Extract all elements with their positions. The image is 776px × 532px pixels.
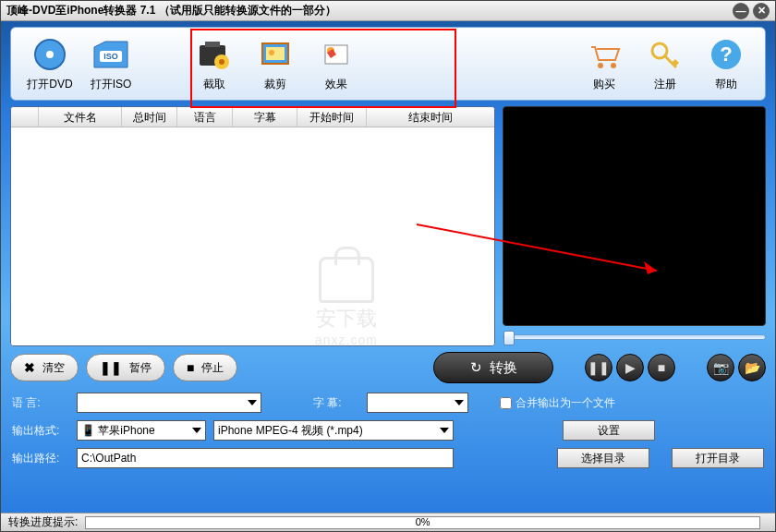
choose-dir-button[interactable]: 选择目录 [557, 448, 649, 468]
help-icon: ? [706, 36, 746, 73]
svg-point-10 [269, 50, 274, 55]
device-select[interactable]: 📱 苹果iPhone [77, 420, 206, 441]
x-icon: ✖ [24, 360, 35, 375]
window-title: 顶峰-DVD至iPhone转换器 7.1 （试用版只能转换源文件的一部分） [6, 3, 729, 18]
iso-icon: ISO [91, 36, 131, 73]
merge-checkbox[interactable] [500, 397, 512, 409]
open-folder-button[interactable]: 📂 [738, 354, 766, 381]
progress-bar: 0% [85, 516, 760, 529]
output-format-label: 输出格式: [12, 423, 69, 439]
refresh-icon: ↻ [470, 359, 482, 376]
stop-button[interactable]: ■ 停止 [173, 354, 237, 381]
minimize-button[interactable]: — [733, 3, 749, 19]
key-icon [645, 36, 685, 73]
svg-text:?: ? [720, 42, 732, 66]
crop-icon [255, 36, 296, 73]
svg-point-7 [219, 59, 224, 65]
open-iso-button[interactable]: ISO 打开ISO [83, 36, 139, 92]
control-row: ✖ 清空 ❚❚ 暂停 ■ 停止 ↻ 转换 ❚❚ ▶ ■ [10, 352, 766, 383]
seek-thumb[interactable] [503, 331, 515, 345]
register-button[interactable]: 注册 [637, 36, 693, 92]
statusbar: 转换进度提示: 0% [1, 513, 775, 531]
app-window: 顶峰-DVD至iPhone转换器 7.1 （试用版只能转换源文件的一部分） — … [0, 0, 776, 532]
titlebar: 顶峰-DVD至iPhone转换器 7.1 （试用版只能转换源文件的一部分） — … [1, 1, 775, 21]
play-pause-button[interactable]: ❚❚ [585, 354, 612, 381]
col-subtitle[interactable]: 字幕 [233, 107, 297, 127]
svg-point-14 [611, 63, 616, 68]
merge-checkbox-label[interactable]: 合并输出为一个文件 [500, 395, 615, 411]
open-dvd-button[interactable]: 打开DVD [22, 36, 78, 92]
help-button[interactable]: ? 帮助 [698, 36, 754, 92]
subtitle-select[interactable] [367, 393, 468, 413]
svg-point-13 [598, 63, 603, 68]
pause-icon: ❚❚ [100, 360, 122, 375]
playback-controls: ❚❚ ▶ ■ [585, 354, 675, 381]
effect-icon [316, 36, 357, 73]
dvd-icon [30, 36, 70, 73]
effect-button[interactable]: 效果 [309, 36, 364, 92]
capture-icon [194, 36, 235, 73]
preview-panel [503, 106, 766, 346]
svg-point-1 [46, 51, 54, 58]
language-label: 语 言: [12, 395, 69, 411]
format-select[interactable]: iPhone MPEG-4 视频 (*.mp4) [213, 420, 454, 441]
settings-button[interactable]: 设置 [563, 420, 655, 441]
col-language[interactable]: 语言 [177, 107, 233, 127]
snapshot-button[interactable]: 📷 [707, 354, 734, 381]
snapshot-controls: 📷 📂 [707, 354, 766, 381]
svg-text:ISO: ISO [103, 52, 118, 61]
clear-button[interactable]: ✖ 清空 [10, 354, 79, 381]
subtitle-label: 字 幕: [313, 395, 359, 411]
progress-value: 0% [86, 516, 759, 527]
output-path-input[interactable] [77, 448, 454, 468]
preview-screen [503, 106, 766, 326]
seek-slider[interactable] [503, 334, 766, 340]
list-body[interactable] [11, 127, 494, 345]
cart-icon [584, 36, 624, 73]
options-area: 语 言: 字 幕: 合并输出为一个文件 输出格式: 📱 苹果iPhone iPh… [10, 389, 766, 472]
seek-row [503, 328, 766, 346]
convert-button[interactable]: ↻ 转换 [433, 352, 553, 383]
close-button[interactable]: ✕ [753, 3, 770, 19]
file-list-panel: 文件名 总时间 语言 字幕 开始时间 结束时间 [10, 106, 495, 346]
progress-label: 转换进度提示: [8, 514, 78, 530]
toolbar: 打开DVD ISO 打开ISO 截取 裁剪 [10, 27, 766, 101]
crop-button[interactable]: 裁剪 [248, 36, 303, 92]
pause-button[interactable]: ❚❚ 暂停 [86, 354, 165, 381]
capture-button[interactable]: 截取 [187, 36, 242, 92]
col-end[interactable]: 结束时间 [367, 107, 494, 127]
svg-rect-5 [205, 42, 220, 47]
col-filename[interactable]: 文件名 [39, 107, 122, 127]
list-header: 文件名 总时间 语言 字幕 开始时间 结束时间 [11, 107, 494, 127]
middle-row: 文件名 总时间 语言 字幕 开始时间 结束时间 [10, 106, 766, 346]
output-path-label: 输出路径: [12, 451, 69, 466]
col-start[interactable]: 开始时间 [297, 107, 367, 127]
language-select[interactable] [77, 393, 261, 413]
buy-button[interactable]: 购买 [576, 36, 632, 92]
play-button[interactable]: ▶ [616, 354, 644, 381]
stop-icon: ■ [187, 360, 194, 375]
svg-point-15 [652, 43, 667, 58]
svg-rect-9 [266, 47, 285, 60]
open-dir-button[interactable]: 打开目录 [672, 448, 764, 468]
playback-stop-button[interactable]: ■ [648, 354, 675, 381]
body-area: 安下载 anxz.com 打开DVD ISO 打开ISO [1, 21, 775, 513]
col-duration[interactable]: 总时间 [122, 107, 177, 127]
